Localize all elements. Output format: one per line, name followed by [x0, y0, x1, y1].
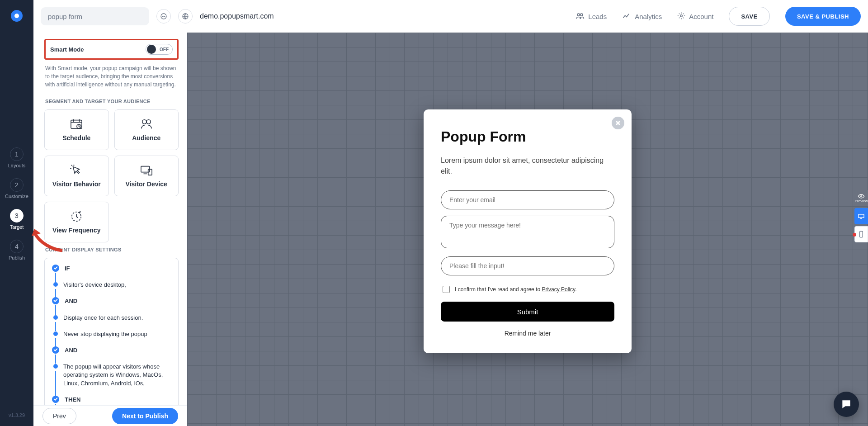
domain-text: demo.popupsmart.com — [200, 12, 274, 20]
rule-row: Never stop displaying the popup — [52, 330, 171, 346]
rule-bullet-icon — [52, 346, 59, 354]
step-label: Customize — [5, 194, 28, 199]
gutter-mobile[interactable] — [854, 226, 868, 242]
svg-point-12 — [861, 195, 862, 197]
svg-point-7 — [142, 120, 146, 124]
svg-rect-13 — [859, 214, 864, 218]
leads-link[interactable]: Leads — [576, 12, 607, 21]
popup-close-button[interactable] — [612, 117, 624, 129]
step-customize[interactable]: 2 Customize — [5, 178, 28, 199]
popup-message-input[interactable] — [441, 216, 614, 248]
panel-bottombar: Prev Next to Publish — [33, 405, 187, 426]
segment-section-title: SEGMENT AND TARGET YOUR AUDIENCE — [45, 99, 178, 104]
rule-row: AND — [52, 297, 171, 313]
step-number: 3 — [10, 209, 24, 222]
tile-label: Audience — [132, 134, 160, 142]
close-icon — [615, 120, 621, 126]
rule-bullet-icon — [53, 315, 58, 320]
popup-submit-button[interactable]: Submit — [441, 302, 614, 322]
rule-bullet-icon — [53, 331, 58, 336]
step-publish[interactable]: 4 Publish — [9, 240, 25, 260]
popup-extra-input[interactable] — [441, 256, 614, 275]
step-target[interactable]: 3 Target — [10, 209, 24, 230]
toggle-state: OFF — [160, 47, 169, 52]
rule-row: Visitor's device desktop, — [52, 281, 171, 297]
rule-bullet-icon — [53, 282, 58, 287]
cursor-icon — [70, 164, 83, 176]
consent-text: I confirm that I've read and agree to Pr… — [455, 286, 577, 293]
gear-icon — [677, 12, 685, 21]
smart-mode-description: With Smart mode, your popup campaign wil… — [45, 64, 178, 89]
save-button[interactable]: SAVE — [729, 7, 769, 26]
rule-bullet-icon — [52, 297, 59, 304]
globe-icon[interactable] — [178, 9, 193, 24]
popup-remind-later[interactable]: Remind me later — [441, 330, 614, 337]
popup-subtitle: Lorem ipsum dolor sit amet, consectetur … — [441, 155, 614, 177]
rule-row: AND — [52, 346, 171, 363]
desktop-icon — [858, 213, 865, 219]
step-number: 2 — [10, 178, 24, 192]
tile-visitor-device[interactable]: Visitor Device — [114, 156, 179, 196]
campaign-name-input[interactable]: popup form — [41, 7, 149, 25]
popup-preview: Popup Form Lorem ipsum dolor sit amet, c… — [424, 109, 632, 353]
audience-icon — [140, 118, 153, 130]
notification-dot-icon — [853, 233, 856, 237]
privacy-link[interactable]: Privacy Policy — [542, 286, 575, 293]
smart-mode-toggle[interactable]: OFF — [146, 44, 173, 55]
chat-launcher[interactable] — [834, 392, 859, 417]
rule-row: IF — [52, 265, 171, 281]
analytics-link[interactable]: Analytics — [622, 12, 662, 21]
mobile-icon — [859, 231, 864, 238]
step-label: Target — [10, 224, 24, 230]
tile-audience[interactable]: Audience — [114, 109, 179, 150]
svg-point-4 — [680, 14, 683, 17]
chat-icon — [840, 398, 852, 410]
display-rules: IF Visitor's device desktop, AND Display… — [44, 258, 179, 405]
next-button[interactable]: Next to Publish — [112, 408, 178, 424]
users-icon — [576, 12, 585, 21]
calendar-icon — [70, 118, 83, 130]
popup-email-input[interactable] — [441, 190, 614, 209]
gutter-desktop[interactable] — [854, 208, 868, 224]
gutter-preview[interactable]: Preview — [854, 190, 868, 206]
leads-label: Leads — [588, 13, 607, 20]
smart-mode-label: Smart Mode — [50, 46, 84, 53]
popup-consent[interactable]: I confirm that I've read and agree to Pr… — [441, 284, 614, 294]
rule-row: The popup will appear visitors whose ope… — [52, 363, 171, 396]
step-number: 4 — [10, 240, 24, 253]
popup-title: Popup Form — [441, 128, 614, 145]
consent-checkbox[interactable] — [443, 286, 450, 293]
tile-schedule[interactable]: Schedule — [44, 109, 109, 150]
devices-icon — [140, 164, 153, 176]
prev-button[interactable]: Prev — [42, 408, 76, 424]
rule-row: Display once for each session. — [52, 314, 171, 330]
app-logo[interactable] — [11, 10, 23, 22]
preview-canvas: Popup Form Lorem ipsum dolor sit amet, c… — [187, 33, 868, 426]
version-text: v1.3.29 — [9, 412, 25, 418]
smart-mode-row: Smart Mode OFF — [44, 39, 179, 60]
account-link[interactable]: Account — [677, 12, 713, 21]
rule-text: AND — [65, 297, 77, 305]
topbar: popup form demo.popupsmart.com Leads Ana… — [33, 0, 868, 33]
rule-bullet-icon — [52, 396, 59, 403]
step-number: 1 — [10, 147, 24, 161]
analytics-label: Analytics — [635, 13, 662, 20]
step-layouts[interactable]: 1 Layouts — [8, 147, 26, 168]
wizard-steps: 1 Layouts 2 Customize 3 Target 4 Publish — [5, 147, 28, 260]
brand-icon[interactable] — [156, 9, 171, 24]
save-publish-button[interactable]: SAVE & PUBLISH — [785, 7, 861, 26]
rule-bullet-icon — [53, 364, 58, 369]
tile-label: Schedule — [62, 134, 90, 142]
rule-text: THEN — [65, 396, 80, 404]
rule-text: Visitor's device desktop, — [63, 281, 126, 289]
rule-text: Never stop displaying the popup — [63, 330, 147, 338]
tile-label: Visitor Behavior — [52, 180, 101, 188]
rule-text: IF — [65, 265, 70, 273]
svg-point-3 — [580, 14, 583, 16]
rule-text: The popup will appear visitors whose ope… — [63, 363, 171, 388]
step-label: Layouts — [8, 163, 26, 168]
tile-visitor-behavior[interactable]: Visitor Behavior — [44, 156, 109, 196]
analytics-icon — [622, 12, 631, 21]
gutter-label: Preview — [855, 199, 868, 203]
eye-icon — [858, 194, 865, 199]
